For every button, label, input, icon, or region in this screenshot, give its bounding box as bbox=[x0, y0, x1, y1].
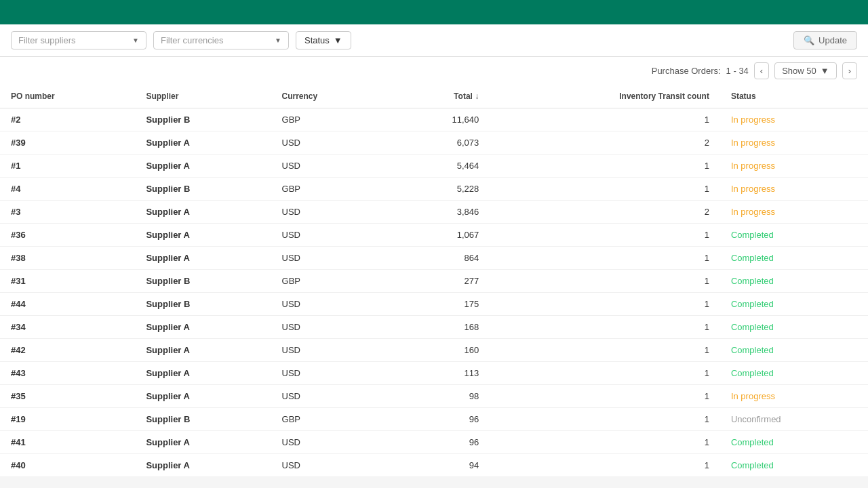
table-row[interactable]: #39 Supplier A USD 6,073 2 In progress bbox=[0, 131, 868, 155]
table-row[interactable]: #4 Supplier B GBP 5,228 1 In progress bbox=[0, 178, 868, 201]
cell-inventory-transit: 1 bbox=[490, 224, 720, 247]
status-badge: Completed bbox=[731, 460, 774, 470]
cell-currency: USD bbox=[271, 454, 390, 477]
chevron-right-icon: › bbox=[848, 66, 851, 76]
cell-status: Completed bbox=[720, 316, 868, 339]
cell-supplier: Supplier A bbox=[135, 431, 271, 454]
update-button[interactable]: 🔍 Update bbox=[793, 31, 857, 49]
cell-inventory-transit: 1 bbox=[490, 454, 720, 477]
status-badge: Completed bbox=[731, 437, 774, 447]
status-badge: Completed bbox=[731, 322, 774, 332]
cell-inventory-transit: 1 bbox=[490, 108, 720, 131]
prev-page-button[interactable]: ‹ bbox=[754, 62, 769, 79]
status-badge: In progress bbox=[731, 391, 775, 401]
filter-currencies-dropdown[interactable]: Filter currencies ▼ bbox=[153, 31, 289, 49]
col-total: Total ↓ bbox=[389, 85, 490, 108]
purchase-orders-table-container: PO number Supplier Currency Total ↓ Inve… bbox=[0, 85, 868, 477]
show-per-page-chevron-icon: ▼ bbox=[821, 66, 829, 76]
cell-inventory-transit: 1 bbox=[490, 385, 720, 408]
cell-status: Completed bbox=[720, 339, 868, 362]
cell-status: In progress bbox=[720, 155, 868, 178]
table-row[interactable]: #43 Supplier A USD 113 1 Completed bbox=[0, 362, 868, 385]
table-row[interactable]: #42 Supplier A USD 160 1 Completed bbox=[0, 339, 868, 362]
table-row[interactable]: #19 Supplier B GBP 96 1 Unconfirmed bbox=[0, 408, 868, 431]
table-row[interactable]: #34 Supplier A USD 168 1 Completed bbox=[0, 316, 868, 339]
pagination-bar: Purchase Orders: 1 - 34 ‹ Show 50 ▼ › bbox=[0, 57, 868, 85]
table-row[interactable]: #41 Supplier A USD 96 1 Completed bbox=[0, 431, 868, 454]
status-badge: In progress bbox=[731, 115, 775, 125]
cell-total: 11,640 bbox=[389, 108, 490, 131]
cell-status: In progress bbox=[720, 131, 868, 155]
cell-status: Unconfirmed bbox=[720, 408, 868, 431]
cell-status: Completed bbox=[720, 454, 868, 477]
cell-supplier: Supplier B bbox=[135, 178, 271, 201]
cell-po-number: #38 bbox=[0, 247, 135, 270]
table-row[interactable]: #2 Supplier B GBP 11,640 1 In progress bbox=[0, 108, 868, 131]
table-row[interactable]: #35 Supplier A USD 98 1 In progress bbox=[0, 385, 868, 408]
status-badge: In progress bbox=[731, 207, 775, 217]
cell-supplier: Supplier A bbox=[135, 201, 271, 224]
show-per-page-dropdown[interactable]: Show 50 ▼ bbox=[774, 62, 836, 79]
cell-total: 98 bbox=[389, 385, 490, 408]
cell-status: Completed bbox=[720, 293, 868, 316]
pagination-range: 1 - 34 bbox=[726, 66, 749, 76]
cell-po-number: #4 bbox=[0, 178, 135, 201]
cell-total: 96 bbox=[389, 408, 490, 431]
cell-po-number: #1 bbox=[0, 155, 135, 178]
filter-currencies-placeholder: Filter currencies bbox=[161, 35, 223, 45]
status-badge: Completed bbox=[731, 276, 774, 286]
toolbar: Filter suppliers ▼ Filter currencies ▼ S… bbox=[0, 24, 868, 57]
cell-currency: USD bbox=[271, 362, 390, 385]
cell-inventory-transit: 1 bbox=[490, 431, 720, 454]
cell-supplier: Supplier A bbox=[135, 339, 271, 362]
table-header-row: PO number Supplier Currency Total ↓ Inve… bbox=[0, 85, 868, 108]
cell-po-number: #36 bbox=[0, 224, 135, 247]
cell-supplier: Supplier A bbox=[135, 454, 271, 477]
cell-supplier: Supplier B bbox=[135, 293, 271, 316]
cell-po-number: #31 bbox=[0, 270, 135, 293]
cell-total: 96 bbox=[389, 431, 490, 454]
cell-currency: USD bbox=[271, 247, 390, 270]
cell-currency: GBP bbox=[271, 178, 390, 201]
cell-total: 6,073 bbox=[389, 131, 490, 155]
table-row[interactable]: #40 Supplier A USD 94 1 Completed bbox=[0, 454, 868, 477]
cell-supplier: Supplier A bbox=[135, 247, 271, 270]
status-badge: Completed bbox=[731, 230, 774, 240]
cell-currency: USD bbox=[271, 155, 390, 178]
cell-inventory-transit: 1 bbox=[490, 293, 720, 316]
table-row[interactable]: #31 Supplier B GBP 277 1 Completed bbox=[0, 270, 868, 293]
filter-currencies-chevron-icon: ▼ bbox=[275, 37, 281, 44]
status-filter-label: Status bbox=[304, 35, 330, 45]
cell-status: Completed bbox=[720, 247, 868, 270]
cell-status: Completed bbox=[720, 362, 868, 385]
cell-currency: GBP bbox=[271, 408, 390, 431]
cell-supplier: Supplier A bbox=[135, 316, 271, 339]
table-row[interactable]: #44 Supplier B USD 175 1 Completed bbox=[0, 293, 868, 316]
table-row[interactable]: #3 Supplier A USD 3,846 2 In progress bbox=[0, 201, 868, 224]
table-row[interactable]: #38 Supplier A USD 864 1 Completed bbox=[0, 247, 868, 270]
next-page-button[interactable]: › bbox=[842, 62, 857, 79]
cell-supplier: Supplier A bbox=[135, 224, 271, 247]
cell-currency: GBP bbox=[271, 270, 390, 293]
show-per-page-label: Show 50 bbox=[782, 66, 816, 76]
status-badge: In progress bbox=[731, 184, 775, 194]
cell-total: 5,464 bbox=[389, 155, 490, 178]
table-row[interactable]: #36 Supplier A USD 1,067 1 Completed bbox=[0, 224, 868, 247]
filter-suppliers-dropdown[interactable]: Filter suppliers ▼ bbox=[11, 31, 146, 49]
cell-total: 168 bbox=[389, 316, 490, 339]
cell-inventory-transit: 1 bbox=[490, 339, 720, 362]
cell-po-number: #19 bbox=[0, 408, 135, 431]
status-badge: In progress bbox=[731, 138, 775, 148]
status-badge: Completed bbox=[731, 253, 774, 263]
cell-po-number: #35 bbox=[0, 385, 135, 408]
cell-po-number: #41 bbox=[0, 431, 135, 454]
cell-po-number: #3 bbox=[0, 201, 135, 224]
cell-inventory-transit: 2 bbox=[490, 201, 720, 224]
cell-inventory-transit: 1 bbox=[490, 270, 720, 293]
table-row[interactable]: #1 Supplier A USD 5,464 1 In progress bbox=[0, 155, 868, 178]
status-filter-button[interactable]: Status ▼ bbox=[296, 31, 351, 49]
cell-total: 175 bbox=[389, 293, 490, 316]
cell-inventory-transit: 1 bbox=[490, 408, 720, 431]
cell-supplier: Supplier B bbox=[135, 108, 271, 131]
cell-supplier: Supplier A bbox=[135, 155, 271, 178]
